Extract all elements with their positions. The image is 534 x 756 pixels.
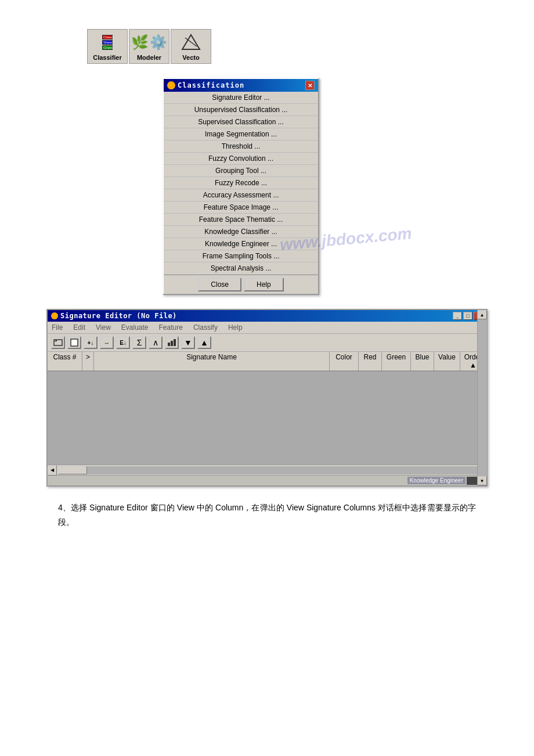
maximize-button[interactable]: □ [463, 312, 472, 320]
menu-spectral-analysis[interactable]: Spectral Analysis ... [164, 262, 318, 275]
classifier-label: Classifier [93, 54, 122, 61]
svg-rect-2 [54, 340, 62, 345]
col-red-header: Red [359, 352, 382, 370]
svg-rect-7 [174, 339, 176, 346]
menu-accuracy-assessment[interactable]: Accuracy Assessment ... [164, 189, 318, 201]
svg-rect-5 [168, 343, 170, 346]
scroll-up-arrow[interactable]: ▲ [478, 310, 487, 319]
horizontal-scrollbar[interactable]: ◀ ▶ [48, 465, 486, 475]
scroll-thumb[interactable] [58, 466, 87, 474]
menu-view[interactable]: View [94, 323, 113, 332]
classification-dialog: Classification ✕ Signature Editor ... Un… [87, 78, 319, 295]
title-left: Classification [167, 81, 244, 89]
close-button[interactable]: Close [198, 278, 241, 291]
menu-threshold[interactable]: Threshold ... [164, 141, 318, 153]
modeler-button[interactable]: 🌿⚙️ Modeler [129, 29, 169, 64]
menu-file[interactable]: File [50, 323, 64, 332]
tool-el[interactable]: E↓ [116, 336, 130, 349]
col-blue-header: Blue [411, 352, 434, 370]
paragraph-text: 4、选择 Signature Editor 窗口的 View 中的 Column… [46, 501, 488, 530]
signature-editor-window: Signature Editor (No File) _ □ ✕ File Ed… [46, 309, 488, 487]
classifier-icon: Class1 Water Grass [93, 32, 121, 53]
col-green-header: Green [382, 352, 411, 370]
title-icon [167, 81, 175, 89]
sig-toolbar: +↓ ↔ E↓ Σ ∧ ▼ ▲ [48, 334, 486, 352]
modeler-label: Modeler [137, 54, 161, 61]
col-signame-header: Signature Name [94, 352, 330, 370]
menu-signature-editor[interactable]: Signature Editor ... [164, 92, 318, 104]
minimize-button[interactable]: _ [453, 312, 462, 320]
sig-statusbar: Knowledge Engineer [48, 475, 486, 485]
sig-table-header: Class # > Signature Name Color Red Green… [48, 352, 486, 372]
vector-label: Vecto [182, 54, 199, 61]
vector-button[interactable]: Vecto [171, 29, 211, 64]
menu-fuzzy-convolution[interactable]: Fuzzy Convolution ... [164, 153, 318, 165]
menu-frame-sampling-tools[interactable]: Frame Sampling Tools ... [164, 250, 318, 262]
sig-title-icon [51, 312, 58, 319]
sig-table-body [48, 372, 486, 465]
scroll-down-arrow[interactable]: ▼ [478, 476, 487, 485]
menu-feature[interactable]: Feature [157, 323, 185, 332]
menu-image-segmentation[interactable]: Image Segmentation ... [164, 128, 318, 141]
menu-help[interactable]: Help [226, 323, 244, 332]
col-value-header: Value [434, 352, 460, 370]
help-button[interactable]: Help [244, 278, 284, 291]
scroll-left-arrow[interactable]: ◀ [48, 465, 57, 476]
tool-sigma[interactable]: Σ [132, 336, 146, 349]
menu-knowledge-classifier[interactable]: Knowledge Classifier ... [164, 226, 318, 238]
tool-up-arrow[interactable]: ▲ [197, 336, 211, 349]
vector-icon [177, 32, 205, 53]
menu-supervised[interactable]: Supervised Classification ... [164, 116, 318, 128]
tool-open[interactable] [51, 336, 65, 349]
modeler-icon: 🌿⚙️ [135, 32, 163, 53]
dialog-titlebar: Classification ✕ [164, 79, 318, 92]
dialog-title: Classification [178, 81, 244, 89]
col-arrow-header: > [82, 352, 94, 370]
close-x-button[interactable]: ✕ [305, 81, 315, 90]
tool-down-arrow[interactable]: ▼ [181, 336, 195, 349]
tool-lambda[interactable]: ∧ [149, 336, 163, 349]
tool-new[interactable] [67, 336, 81, 349]
col-class-header: Class # [48, 352, 82, 370]
menu-fuzzy-recode[interactable]: Fuzzy Recode ... [164, 177, 318, 189]
menu-classify[interactable]: Classify [192, 323, 219, 332]
svg-rect-4 [71, 339, 78, 346]
menu-knowledge-engineer[interactable]: Knowledge Engineer ... [164, 238, 318, 250]
status-text: Knowledge Engineer [407, 477, 466, 484]
svg-rect-6 [171, 341, 173, 346]
scroll-htrack [87, 466, 477, 474]
paragraph-content: 4、选择 Signature Editor 窗口的 View 中的 Column… [58, 503, 476, 527]
tool-add-col[interactable]: ↔ [100, 336, 114, 349]
classifier-button[interactable]: Class1 Water Grass Classifier [87, 29, 128, 64]
menu-evaluate[interactable]: Evaluate [120, 323, 150, 332]
sig-menubar: File Edit View Evaluate Feature Classify… [48, 322, 486, 334]
scroll-track [478, 319, 487, 476]
menu-unsupervised[interactable]: Unsupervised Classification ... [164, 104, 318, 116]
tool-add-row[interactable]: +↓ [84, 336, 98, 349]
menu-grouping-tool[interactable]: Grouping Tool ... [164, 165, 318, 177]
vertical-scrollbar[interactable]: ▲ ▼ [477, 310, 486, 485]
sig-title-text: Signature Editor (No File) [60, 312, 177, 320]
sig-titlebar: Signature Editor (No File) _ □ ✕ [48, 310, 486, 322]
tool-bar-chart[interactable] [165, 336, 179, 349]
dialog-footer: Close Help [164, 275, 318, 294]
menu-feature-space-thematic[interactable]: Feature Space Thematic ... [164, 214, 318, 226]
menu-edit[interactable]: Edit [71, 323, 87, 332]
menu-feature-space-image[interactable]: Feature Space Image ... [164, 201, 318, 214]
sig-title-left: Signature Editor (No File) [51, 312, 177, 320]
menu-items-list: Signature Editor ... Unsupervised Classi… [164, 92, 318, 275]
toolbar: Class1 Water Grass Classifier 🌿⚙️ Modele… [87, 29, 211, 64]
col-color-header: Color [330, 352, 359, 370]
